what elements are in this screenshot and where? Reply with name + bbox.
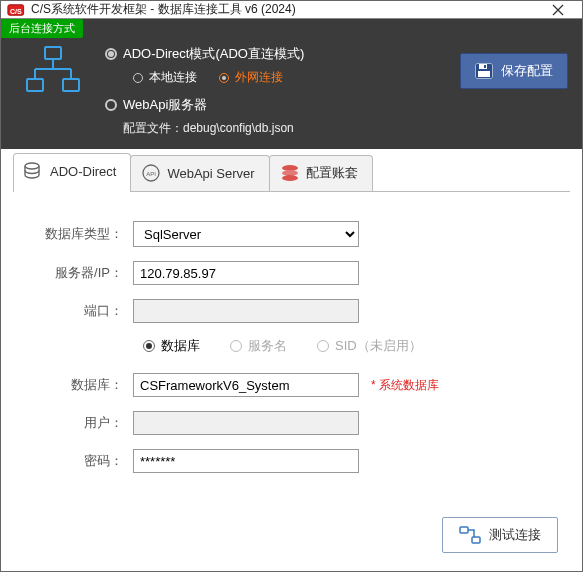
svg-rect-15 xyxy=(484,65,486,68)
radio-disabled-icon xyxy=(230,340,242,352)
radio-unchecked-icon xyxy=(133,73,143,83)
svg-rect-4 xyxy=(45,47,61,59)
radio-sid[interactable]: SID（未启用） xyxy=(317,337,422,355)
header-panel: 后台连接方式 ADO-Direct模式(ADO直连模式) xyxy=(1,19,582,149)
password-label: 密码： xyxy=(37,452,133,470)
radio-wan-conn[interactable]: 外网连接 xyxy=(219,69,283,86)
svg-rect-22 xyxy=(460,527,468,533)
save-config-button[interactable]: 保存配置 xyxy=(460,53,568,89)
radio-disabled-icon xyxy=(317,340,329,352)
db-type-select[interactable]: SqlServer xyxy=(133,221,359,247)
radio-ado-label: ADO-Direct模式(ADO直连模式) xyxy=(123,45,304,63)
svg-text:API: API xyxy=(147,171,157,177)
user-label: 用户： xyxy=(37,414,133,432)
db-type-label: 数据库类型： xyxy=(37,225,133,243)
tab-account-config[interactable]: 配置账套 xyxy=(269,155,373,192)
tabs-area: ADO-Direct API WebApi Server 配置账套 xyxy=(1,149,582,193)
close-icon xyxy=(552,4,564,16)
password-input[interactable] xyxy=(133,449,359,473)
config-path-row: 配置文件：debug\config\db.json xyxy=(123,120,440,137)
radio-checked-icon xyxy=(143,340,155,352)
svg-rect-23 xyxy=(472,537,480,543)
radio-local-conn[interactable]: 本地连接 xyxy=(133,69,197,86)
window-title: C/S系统软件开发框架 - 数据库连接工具 v6 (2024) xyxy=(31,1,540,18)
radio-ado-direct[interactable]: ADO-Direct模式(ADO直连模式) xyxy=(105,45,440,63)
radio-webapi[interactable]: WebApi服务器 xyxy=(105,96,440,114)
close-button[interactable] xyxy=(540,1,576,18)
port-label: 端口： xyxy=(37,302,133,320)
connect-icon xyxy=(459,526,481,544)
user-input[interactable] xyxy=(133,411,359,435)
radio-database[interactable]: 数据库 xyxy=(143,337,200,355)
api-icon: API xyxy=(141,164,161,182)
titlebar: C/S C/S系统软件开发框架 - 数据库连接工具 v6 (2024) xyxy=(1,1,582,19)
floppy-icon xyxy=(475,63,493,79)
network-icon xyxy=(21,43,85,99)
backend-mode-badge: 后台连接方式 xyxy=(1,19,83,38)
database-icon xyxy=(24,162,44,180)
tab-ado-direct[interactable]: ADO-Direct xyxy=(13,153,131,192)
radio-wan-label: 外网连接 xyxy=(235,69,283,86)
tab-label: WebApi Server xyxy=(167,166,254,181)
svg-point-16 xyxy=(25,163,39,169)
app-logo-icon: C/S xyxy=(7,3,25,17)
radio-checked-icon xyxy=(105,48,117,60)
tab-label: ADO-Direct xyxy=(50,164,116,179)
server-label: 服务器/IP： xyxy=(37,264,133,282)
radio-unchecked-icon xyxy=(105,99,117,111)
radio-checked-icon xyxy=(219,73,229,83)
svg-point-21 xyxy=(282,175,298,181)
svg-rect-14 xyxy=(478,71,490,77)
svg-rect-5 xyxy=(27,79,43,91)
form-panel: 数据库类型： SqlServer 服务器/IP： 端口： 数据库 服务名 xyxy=(1,193,582,497)
svg-text:C/S: C/S xyxy=(10,7,22,14)
port-input[interactable] xyxy=(133,299,359,323)
app-window: C/S C/S系统软件开发框架 - 数据库连接工具 v6 (2024) 后台连接… xyxy=(0,0,583,572)
system-db-note: * 系统数据库 xyxy=(371,377,439,394)
tab-webapi-server[interactable]: API WebApi Server xyxy=(130,155,269,192)
radio-webapi-label: WebApi服务器 xyxy=(123,96,207,114)
radio-servicename[interactable]: 服务名 xyxy=(230,337,287,355)
radio-local-label: 本地连接 xyxy=(149,69,197,86)
database-stack-icon xyxy=(280,164,300,182)
server-input[interactable] xyxy=(133,261,359,285)
test-connection-button[interactable]: 测试连接 xyxy=(442,517,558,553)
svg-rect-6 xyxy=(63,79,79,91)
db-name-input[interactable] xyxy=(133,373,359,397)
tab-label: 配置账套 xyxy=(306,164,358,182)
db-name-label: 数据库： xyxy=(37,376,133,394)
